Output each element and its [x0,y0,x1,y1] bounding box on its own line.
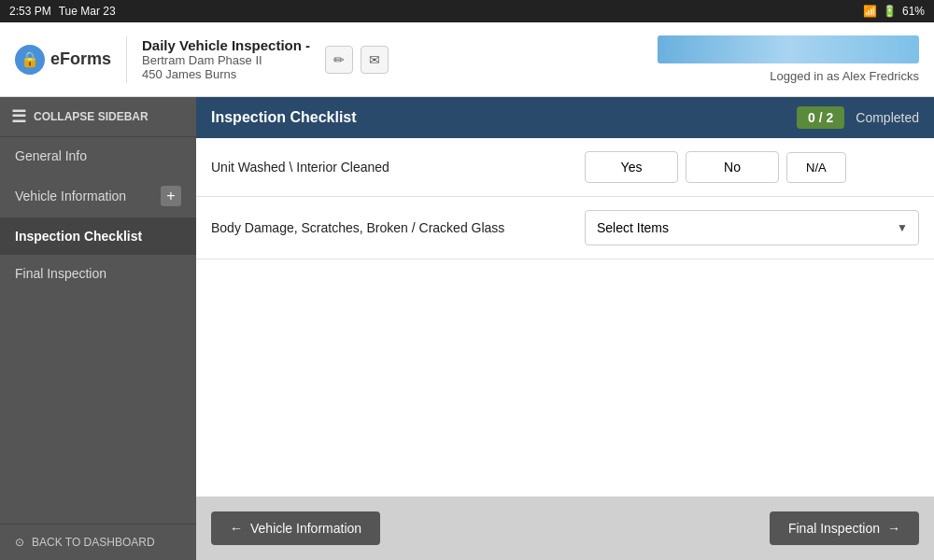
checklist-label: Unit Washed \ Interior Cleaned [211,160,585,175]
sidebar-item-label: Inspection Checklist [15,229,142,244]
progress-numerator: 0 [808,110,815,125]
status-time: 2:53 PM [9,5,51,18]
form-info: Daily Vehicle Inspection - Bertram Dam P… [142,37,310,81]
select-wrapper: Select Items ▼ [585,210,919,245]
header-actions: ✏ ✉ [325,46,389,74]
checklist-row-body-damage: Body Damage, Scratches, Broken / Cracked… [196,197,934,259]
checklist-label: Body Damage, Scratches, Broken / Cracked… [211,220,585,235]
logged-in-text: Logged in as Alex Fredricks [770,69,919,83]
checklist-row-unit-washed: Unit Washed \ Interior Cleaned Yes No N/… [196,138,934,197]
email-button[interactable]: ✉ [361,46,389,74]
logo-area: 🔒 eForms [15,45,111,75]
progress-denominator: 2 [827,110,834,125]
content-header-title: Inspection Checklist [211,109,357,126]
sidebar-item-inspection-checklist[interactable]: Inspection Checklist [0,217,196,255]
sidebar-item-label: General Info [15,148,87,163]
final-inspection-next-button[interactable]: Final Inspection → [770,511,919,545]
logo-icon: 🔒 [15,45,45,75]
form-meta: 450 James Burns [142,67,310,81]
sidebar-item-label: Final Inspection [15,266,106,281]
collapse-sidebar-button[interactable]: ☰ COLLAPSE SIDEBAR [0,97,196,137]
body-wrapper: ☰ COLLAPSE SIDEBAR General Info Vehicle … [0,97,934,560]
wifi-icon: 📶 [863,5,877,18]
collapse-label: COLLAPSE SIDEBAR [34,110,149,123]
checklist-controls: Select Items ▼ [585,210,919,245]
sidebar-item-vehicle-information[interactable]: Vehicle Information + [0,175,196,217]
status-bar: 2:53 PM Tue Mar 23 📶 🔋 61% [0,0,934,22]
status-date: Tue Mar 23 [59,5,116,18]
main-content: Inspection Checklist 0 / 2 Completed Uni… [196,97,934,560]
body-damage-select[interactable]: Select Items [585,210,919,245]
app-wrapper: 🔒 eForms Daily Vehicle Inspection - Bert… [0,22,934,560]
vehicle-info-add-button[interactable]: + [161,186,181,206]
header-right: Logged in as Alex Fredricks [658,35,919,83]
progress-badge: 0 / 2 [797,106,844,129]
header-divider [126,36,127,83]
nav-buttons: ← Vehicle Information Final Inspection → [196,497,934,560]
sidebar-item-final-inspection[interactable]: Final Inspection [0,255,196,292]
next-button-label: Final Inspection [788,521,880,536]
progress-separator: / [819,110,827,125]
completed-label: Completed [856,110,919,125]
header: 🔒 eForms Daily Vehicle Inspection - Bert… [0,22,934,97]
logo-text: eForms [50,49,111,69]
back-button-label: Vehicle Information [250,521,361,536]
no-button[interactable]: No [686,151,779,183]
back-to-dashboard-button[interactable]: ⊙ BACK TO DASHBOARD [0,524,196,560]
back-dashboard-label: BACK TO DASHBOARD [32,536,155,549]
battery-percent: 61% [902,5,925,18]
battery-icon: 🔋 [883,5,897,18]
back-arrow-icon: ← [230,521,243,536]
na-button[interactable]: N/A [786,152,846,183]
progress-area: 0 / 2 Completed [797,106,919,129]
sidebar-item-label: Vehicle Information [15,189,126,203]
hamburger-icon: ☰ [11,106,26,127]
form-subtitle: Bertram Dam Phase II [142,53,310,67]
header-image [658,35,919,63]
next-arrow-icon: → [887,521,900,536]
vehicle-information-back-button[interactable]: ← Vehicle Information [211,511,380,545]
content-body: Unit Washed \ Interior Cleaned Yes No N/… [196,138,934,497]
yes-button[interactable]: Yes [585,151,678,183]
content-header: Inspection Checklist 0 / 2 Completed [196,97,934,138]
sidebar: ☰ COLLAPSE SIDEBAR General Info Vehicle … [0,97,196,560]
sidebar-item-general-info[interactable]: General Info [0,137,196,175]
form-title: Daily Vehicle Inspection - [142,37,310,53]
checklist-controls: Yes No N/A [585,151,919,183]
back-dashboard-icon: ⊙ [15,536,24,549]
edit-button[interactable]: ✏ [325,46,353,74]
